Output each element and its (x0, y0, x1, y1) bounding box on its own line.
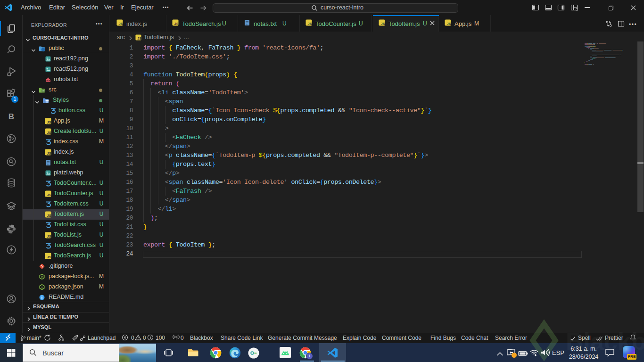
svg-text:JS: JS (41, 286, 44, 289)
svg-text:JS: JS (447, 22, 451, 26)
svg-text:JS: JS (381, 22, 385, 26)
svg-text:JS: JS (47, 120, 51, 124)
svg-text:JS: JS (47, 193, 51, 197)
svg-text:JS: JS (137, 37, 141, 40)
svg-text:JS: JS (47, 234, 51, 239)
svg-text:JS: JS (47, 131, 51, 135)
svg-text:JS: JS (47, 151, 51, 156)
svg-text:JS: JS (47, 214, 51, 218)
svg-text:JS: JS (119, 22, 123, 26)
svg-text:JS: JS (308, 22, 312, 26)
svg-text:JS: JS (41, 276, 44, 279)
svg-text:JS: JS (47, 255, 51, 259)
svg-text:JS: JS (174, 22, 179, 26)
